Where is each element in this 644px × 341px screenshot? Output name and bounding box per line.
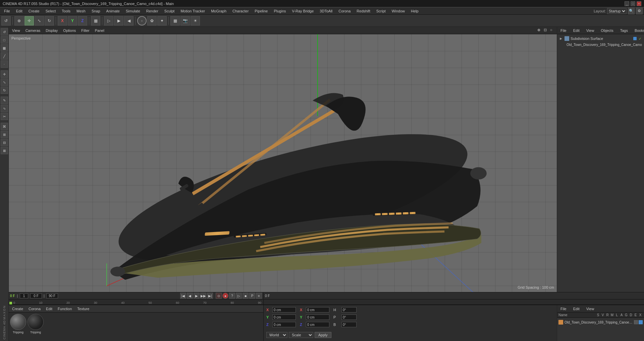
rp-menu-objects[interactable]: Objects	[599, 28, 615, 33]
scale-tool-button[interactable]: ⤡	[35, 16, 44, 25]
polygon-button[interactable]: ○	[137, 16, 147, 25]
menu-window[interactable]: Window	[389, 8, 408, 14]
sidebar-scale[interactable]: ⤡	[1, 78, 8, 86]
play-mode-button[interactable]: ▷	[236, 293, 242, 299]
menu-pipeline[interactable]: Pipeline	[252, 8, 270, 14]
z-axis-button[interactable]: Z	[78, 16, 87, 25]
world-select[interactable]: World Object Parent	[266, 332, 287, 338]
menu-create[interactable]: Create	[26, 8, 42, 14]
status-icon-1[interactable]	[634, 320, 638, 324]
vp-icon-3[interactable]: ○	[550, 28, 555, 33]
menu-file[interactable]: File	[1, 8, 13, 14]
bl-menu-corona[interactable]: Corona	[26, 306, 43, 311]
settings-icon[interactable]: ⚙	[636, 8, 643, 14]
goto-end-button[interactable]: ▶|	[207, 293, 213, 299]
goto-start-button[interactable]: |◀	[180, 293, 186, 299]
menu-select[interactable]: Select	[43, 8, 59, 14]
sidebar-point-mode[interactable]: ·	[1, 60, 8, 68]
move-tool-button[interactable]: ✛	[24, 16, 34, 25]
close-button[interactable]: ×	[637, 1, 641, 6]
bl-menu-function[interactable]: Function	[56, 306, 74, 311]
play-button[interactable]: ▶	[194, 293, 200, 299]
menu-character[interactable]: Character	[230, 8, 251, 14]
start-frame-input[interactable]	[30, 293, 42, 298]
vp-menu-options[interactable]: Options	[61, 28, 78, 33]
minimize-button[interactable]: _	[625, 1, 629, 6]
question-button[interactable]: ?	[229, 293, 235, 299]
y-size-input[interactable]	[306, 315, 329, 320]
menu-edit[interactable]: Edit	[13, 8, 25, 14]
object1-button[interactable]: ▷	[104, 16, 113, 25]
sidebar-object-mode[interactable]: □	[1, 36, 8, 44]
x-size-input[interactable]	[306, 307, 329, 312]
x-axis-button[interactable]: X	[58, 16, 67, 25]
z-size-input[interactable]	[306, 322, 329, 327]
brp-menu-file[interactable]: File	[558, 306, 569, 311]
menu-corona[interactable]: Corona	[336, 8, 353, 14]
search-icon[interactable]: 🔍	[628, 8, 635, 14]
menu-animate[interactable]: Animate	[104, 8, 122, 14]
vp-menu-view[interactable]: View	[10, 28, 22, 33]
paint-button[interactable]: ✦	[157, 16, 167, 25]
object3-button[interactable]: ◀	[124, 16, 133, 25]
vp-menu-panel[interactable]: Panel	[93, 28, 106, 33]
material-item-1[interactable]: Tripping	[10, 314, 26, 340]
sidebar-texture[interactable]: ⊟	[1, 139, 8, 146]
menu-mograph[interactable]: MoGraph	[208, 8, 229, 14]
z-pos-input[interactable]	[272, 322, 296, 327]
grid-button[interactable]: ▦	[170, 16, 180, 25]
sidebar-snap[interactable]: ⊞	[1, 131, 8, 138]
bl-menu-create[interactable]: Create	[10, 306, 25, 311]
scale-select[interactable]: Scale Absolute	[289, 332, 313, 338]
bl-menu-texture[interactable]: Texture	[75, 306, 91, 311]
menu-sculpt[interactable]: Sculpt	[162, 8, 177, 14]
sidebar-undo[interactable]: ↺	[1, 28, 8, 36]
tree-item-canoe[interactable]: Old_Town_Discovery_169_Tripping_Canoe_Ca…	[558, 42, 643, 48]
object2-button[interactable]: ▶	[114, 16, 123, 25]
material-item-2[interactable]: Tripping	[28, 314, 44, 340]
y-axis-button[interactable]: Y	[68, 16, 77, 25]
keyframe-mode-button[interactable]: ≡	[256, 293, 262, 299]
rp-menu-bookmarks[interactable]: Bookmarks	[633, 28, 644, 33]
vp-icon-2[interactable]: ⊡	[544, 28, 549, 33]
layout-select[interactable]: Startup	[607, 8, 627, 14]
sidebar-edge-mode[interactable]: ╱	[1, 52, 8, 60]
record-button[interactable]: ⊙	[216, 293, 222, 299]
step-forward-button[interactable]: ▶▶	[200, 293, 206, 299]
rotate-tool-button[interactable]: ↻	[45, 16, 54, 25]
sidebar-polygon-mode[interactable]: ▦	[1, 44, 8, 52]
end-frame-input[interactable]	[46, 293, 58, 298]
menu-redshift[interactable]: Redshift	[354, 8, 373, 14]
p-input[interactable]	[341, 315, 357, 320]
menu-script[interactable]: Script	[374, 8, 388, 14]
menu-mesh[interactable]: Mesh	[74, 8, 88, 14]
menu-render[interactable]: Render	[144, 8, 161, 14]
sidebar-knife[interactable]: ✂	[1, 113, 8, 120]
vp-icon-1[interactable]: ⊕	[537, 28, 543, 33]
rp-menu-tags[interactable]: Tags	[618, 28, 630, 33]
step-back-button[interactable]: ◀	[187, 293, 193, 299]
live-selection-button[interactable]: ⊕	[14, 16, 24, 25]
sidebar-spline[interactable]: ∿	[1, 105, 8, 112]
vp-menu-cameras[interactable]: Cameras	[23, 28, 43, 33]
bl-menu-edit[interactable]: Edit	[44, 306, 54, 311]
menu-3dtoall[interactable]: 3DToAll	[317, 8, 335, 14]
vp-menu-filter[interactable]: Filter	[79, 28, 91, 33]
menu-motiontacker[interactable]: Motion Tracker	[178, 8, 208, 14]
apply-button[interactable]: Apply	[315, 332, 331, 338]
sidebar-move[interactable]: ✛	[1, 70, 8, 78]
camera-button[interactable]: 📷	[180, 16, 190, 25]
y-pos-input[interactable]	[272, 315, 296, 320]
tree-item-subdivision[interactable]: ▶ Subdivision Surface ✓	[558, 36, 643, 42]
brush-button[interactable]: ✿	[147, 16, 157, 25]
window-controls[interactable]: _ □ ×	[625, 1, 641, 6]
rp-menu-view[interactable]: View	[584, 28, 596, 33]
menu-snap[interactable]: Snap	[89, 8, 103, 14]
obj-row-canoe[interactable]: Old_Town_Discovery_169_Tripping_Canoe_Ca…	[558, 319, 643, 325]
timeline-mode-button[interactable]: P	[249, 293, 255, 299]
status-icon-2[interactable]	[639, 320, 643, 324]
sidebar-pen[interactable]: ✎	[1, 97, 8, 104]
viewport[interactable]: View Cameras Display Options Filter Pane…	[9, 27, 557, 292]
auto-key-button[interactable]: ●	[222, 293, 228, 299]
h-input[interactable]	[341, 307, 357, 312]
